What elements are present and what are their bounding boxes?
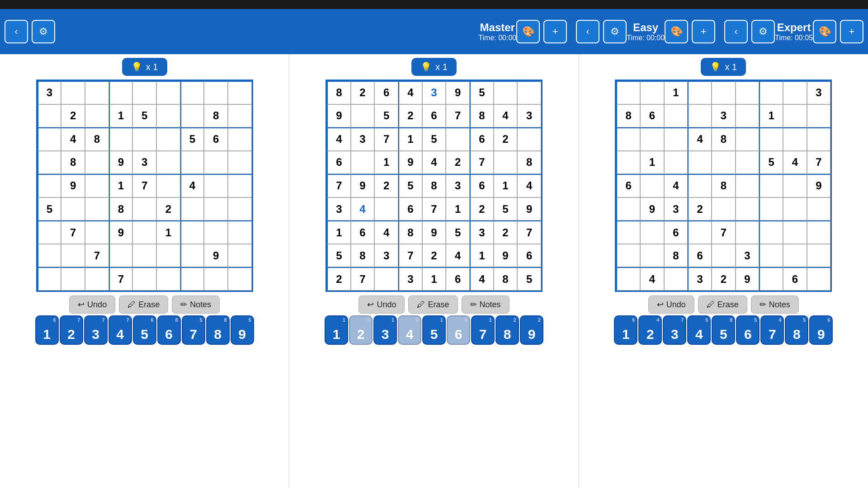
cell-master-9[interactable] <box>38 104 61 128</box>
cell-expert-72[interactable] <box>616 267 640 291</box>
cell-expert-55[interactable] <box>640 221 664 244</box>
numpad-btn-easy-2[interactable]: 02 <box>349 315 373 345</box>
cell-expert-74[interactable] <box>664 267 688 291</box>
cell-expert-77[interactable]: 9 <box>736 267 760 291</box>
cell-master-23[interactable] <box>156 127 180 151</box>
cell-expert-44[interactable]: 9 <box>807 174 831 197</box>
cell-expert-79[interactable]: 6 <box>783 267 807 291</box>
cell-easy-23[interactable] <box>446 127 470 151</box>
cell-master-29[interactable] <box>85 151 109 174</box>
cell-expert-10[interactable]: 6 <box>640 104 664 128</box>
numpad-btn-easy-7[interactable]: 17 <box>471 315 495 345</box>
cell-easy-43[interactable]: 1 <box>494 174 518 197</box>
cell-easy-40[interactable]: 8 <box>422 174 446 197</box>
cell-easy-8[interactable] <box>517 81 541 104</box>
cell-easy-39[interactable]: 5 <box>398 174 422 197</box>
cell-expert-9[interactable]: 8 <box>616 104 640 128</box>
numpad-btn-master-8[interactable]: 88 <box>206 315 230 345</box>
sudoku-grid-expert[interactable]: 13863148154764899326786343296 <box>615 80 832 292</box>
cell-master-71[interactable] <box>228 244 252 267</box>
cell-easy-15[interactable]: 8 <box>470 104 494 128</box>
cell-master-53[interactable] <box>228 197 252 221</box>
cell-master-46[interactable] <box>61 197 85 221</box>
cell-master-22[interactable] <box>132 127 156 151</box>
cell-easy-51[interactable]: 2 <box>470 197 494 221</box>
cell-expert-23[interactable] <box>736 127 760 151</box>
cell-master-27[interactable] <box>38 151 61 174</box>
cell-easy-13[interactable]: 6 <box>422 104 446 128</box>
cell-expert-31[interactable] <box>712 151 736 174</box>
cell-expert-64[interactable] <box>640 244 664 267</box>
erase-button-easy[interactable]: 🖊 Erase <box>408 296 458 314</box>
cell-easy-54[interactable]: 1 <box>327 221 351 244</box>
cell-easy-76[interactable]: 1 <box>422 267 446 291</box>
cell-master-1[interactable] <box>61 81 85 104</box>
cell-master-8[interactable] <box>228 81 252 104</box>
hint-button-expert[interactable]: 💡 x 1 <box>701 58 746 76</box>
cell-master-69[interactable] <box>180 244 204 267</box>
numpad-btn-easy-9[interactable]: 29 <box>520 315 543 345</box>
cell-expert-52[interactable] <box>783 197 807 221</box>
cell-master-18[interactable] <box>38 127 61 151</box>
hint-button-easy[interactable]: 💡 x 1 <box>411 58 457 76</box>
cell-expert-39[interactable] <box>688 174 712 197</box>
cell-easy-10[interactable] <box>351 104 375 128</box>
numpad-btn-master-9[interactable]: 59 <box>231 315 254 345</box>
cell-master-51[interactable] <box>180 197 204 221</box>
cell-easy-65[interactable]: 3 <box>374 244 398 267</box>
cell-easy-71[interactable]: 6 <box>517 244 541 267</box>
cell-expert-27[interactable] <box>616 151 640 174</box>
cell-easy-3[interactable]: 4 <box>398 81 422 104</box>
cell-expert-67[interactable] <box>712 244 736 267</box>
cell-master-16[interactable]: 8 <box>204 104 228 128</box>
cell-easy-64[interactable]: 8 <box>351 244 375 267</box>
settings-button-master[interactable]: ⚙ <box>32 20 55 43</box>
cell-easy-32[interactable]: 2 <box>446 151 470 174</box>
cell-expert-78[interactable] <box>759 267 783 291</box>
cell-expert-26[interactable] <box>807 127 831 151</box>
cell-master-41[interactable] <box>156 174 180 197</box>
cell-expert-11[interactable] <box>664 104 688 128</box>
numpad-btn-master-1[interactable]: 61 <box>35 315 59 345</box>
cell-expert-41[interactable] <box>736 174 760 197</box>
cell-easy-20[interactable]: 7 <box>374 127 398 151</box>
cell-master-67[interactable] <box>132 244 156 267</box>
cell-expert-0[interactable] <box>616 81 640 104</box>
cell-master-21[interactable] <box>109 127 133 151</box>
cell-master-80[interactable] <box>228 267 252 291</box>
cell-easy-28[interactable] <box>351 151 375 174</box>
cell-master-57[interactable]: 9 <box>109 221 133 244</box>
cell-easy-79[interactable]: 8 <box>494 267 518 291</box>
cell-master-63[interactable] <box>38 244 61 267</box>
cell-expert-29[interactable] <box>664 151 688 174</box>
cell-expert-8[interactable]: 3 <box>807 81 831 104</box>
cell-expert-65[interactable]: 8 <box>664 244 688 267</box>
notes-button-master[interactable]: ✏ Notes <box>172 296 220 314</box>
cell-easy-62[interactable]: 7 <box>517 221 541 244</box>
cell-expert-58[interactable]: 7 <box>712 221 736 244</box>
cell-expert-17[interactable] <box>807 104 831 128</box>
cell-master-15[interactable] <box>180 104 204 128</box>
cell-expert-51[interactable] <box>759 197 783 221</box>
cell-expert-63[interactable] <box>616 244 640 267</box>
cell-expert-66[interactable]: 6 <box>688 244 712 267</box>
notes-button-easy[interactable]: ✏ Notes <box>462 296 509 314</box>
cell-easy-47[interactable] <box>374 197 398 221</box>
cell-easy-22[interactable]: 5 <box>422 127 446 151</box>
cell-master-60[interactable] <box>180 221 204 244</box>
cell-easy-19[interactable]: 3 <box>351 127 375 151</box>
cell-master-32[interactable] <box>156 151 180 174</box>
cell-master-12[interactable]: 1 <box>109 104 133 128</box>
cell-master-65[interactable]: 7 <box>85 244 109 267</box>
cell-expert-7[interactable] <box>783 81 807 104</box>
numpad-btn-expert-4[interactable]: 54 <box>687 315 711 345</box>
cell-master-33[interactable] <box>180 151 204 174</box>
cell-easy-73[interactable]: 7 <box>351 267 375 291</box>
cell-master-6[interactable] <box>180 81 204 104</box>
undo-button-easy[interactable]: ↩ Undo <box>359 296 405 314</box>
cell-master-49[interactable] <box>132 197 156 221</box>
cell-master-75[interactable]: 7 <box>109 267 133 291</box>
cell-master-13[interactable]: 5 <box>132 104 156 128</box>
cell-master-37[interactable]: 9 <box>61 174 85 197</box>
cell-easy-29[interactable]: 1 <box>374 151 398 174</box>
